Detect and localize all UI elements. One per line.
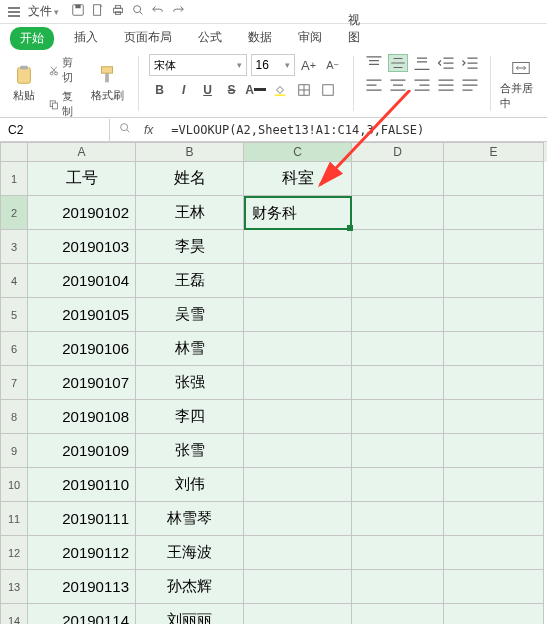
cell-D7[interactable] [352, 366, 444, 400]
cell-A5[interactable]: 20190105 [28, 298, 136, 332]
search-icon[interactable] [118, 121, 132, 138]
cell-A11[interactable]: 20190111 [28, 502, 136, 536]
cell-B1[interactable]: 姓名 [136, 162, 244, 196]
row-header[interactable]: 1 [0, 162, 28, 196]
tab-view[interactable]: 视图 [342, 8, 360, 50]
cell-D4[interactable] [352, 264, 444, 298]
borders-icon[interactable] [293, 80, 315, 100]
distribute-icon[interactable] [460, 76, 480, 94]
align-middle-icon[interactable] [388, 54, 408, 72]
row-header[interactable]: 14 [0, 604, 28, 624]
align-bottom-icon[interactable] [412, 54, 432, 72]
cell-A10[interactable]: 20190110 [28, 468, 136, 502]
align-right-icon[interactable] [412, 76, 432, 94]
cell-E6[interactable] [444, 332, 544, 366]
cell-E2[interactable] [444, 196, 544, 230]
save-icon[interactable] [71, 3, 85, 20]
cell-E8[interactable] [444, 400, 544, 434]
decrease-font-icon[interactable]: A− [323, 55, 343, 75]
cell-B13[interactable]: 孙杰辉 [136, 570, 244, 604]
col-header-D[interactable]: D [352, 142, 444, 162]
cell-E3[interactable] [444, 230, 544, 264]
cell-A1[interactable]: 工号 [28, 162, 136, 196]
font-color-icon[interactable]: A [245, 80, 267, 100]
cell-D2[interactable] [352, 196, 444, 230]
cell-D11[interactable] [352, 502, 444, 536]
underline-icon[interactable]: U [197, 80, 219, 100]
row-header[interactable]: 6 [0, 332, 28, 366]
col-header-E[interactable]: E [444, 142, 544, 162]
strikethrough-icon[interactable]: S [221, 80, 243, 100]
cell-A12[interactable]: 20190112 [28, 536, 136, 570]
col-header-B[interactable]: B [136, 142, 244, 162]
font-name-select[interactable]: 宋体▾ [149, 54, 247, 76]
row-header[interactable]: 13 [0, 570, 28, 604]
row-header[interactable]: 12 [0, 536, 28, 570]
cell-C4[interactable] [244, 264, 352, 298]
cell-C14[interactable] [244, 604, 352, 624]
preview-icon[interactable] [131, 3, 145, 20]
row-header[interactable]: 10 [0, 468, 28, 502]
cell-E12[interactable] [444, 536, 544, 570]
cell-D3[interactable] [352, 230, 444, 264]
tab-data[interactable]: 数据 [242, 25, 278, 50]
cell-E5[interactable] [444, 298, 544, 332]
cell-E10[interactable] [444, 468, 544, 502]
cut-button[interactable]: 剪切 [45, 54, 85, 86]
cell-C13[interactable] [244, 570, 352, 604]
new-icon[interactable] [91, 3, 105, 20]
menu-icon[interactable] [6, 4, 22, 20]
cell-D13[interactable] [352, 570, 444, 604]
cell-C11[interactable] [244, 502, 352, 536]
cell-C2[interactable]: 财务科 [244, 196, 352, 230]
tab-review[interactable]: 审阅 [292, 25, 328, 50]
tab-formulas[interactable]: 公式 [192, 25, 228, 50]
cell-C9[interactable] [244, 434, 352, 468]
cell-style-icon[interactable] [317, 80, 339, 100]
cell-E7[interactable] [444, 366, 544, 400]
row-header[interactable]: 3 [0, 230, 28, 264]
cell-C8[interactable] [244, 400, 352, 434]
cell-B12[interactable]: 王海波 [136, 536, 244, 570]
cell-D14[interactable] [352, 604, 444, 624]
increase-indent-icon[interactable] [460, 54, 480, 72]
fill-color-icon[interactable] [269, 80, 291, 100]
cell-A3[interactable]: 20190103 [28, 230, 136, 264]
cell-D12[interactable] [352, 536, 444, 570]
align-left-icon[interactable] [364, 76, 384, 94]
cell-C5[interactable] [244, 298, 352, 332]
justify-icon[interactable] [436, 76, 456, 94]
col-header-A[interactable]: A [28, 142, 136, 162]
cell-B9[interactable]: 张雪 [136, 434, 244, 468]
cell-C3[interactable] [244, 230, 352, 264]
cell-D5[interactable] [352, 298, 444, 332]
cell-B4[interactable]: 王磊 [136, 264, 244, 298]
cell-D1[interactable] [352, 162, 444, 196]
cell-A9[interactable]: 20190109 [28, 434, 136, 468]
merge-center-button[interactable]: 合并居中 [500, 54, 541, 113]
bold-icon[interactable]: B [149, 80, 171, 100]
cell-E13[interactable] [444, 570, 544, 604]
tab-page-layout[interactable]: 页面布局 [118, 25, 178, 50]
cell-C10[interactable] [244, 468, 352, 502]
align-center-icon[interactable] [388, 76, 408, 94]
cell-D8[interactable] [352, 400, 444, 434]
cell-A8[interactable]: 20190108 [28, 400, 136, 434]
cell-A6[interactable]: 20190106 [28, 332, 136, 366]
row-header[interactable]: 4 [0, 264, 28, 298]
file-menu[interactable]: 文件 ▾ [24, 3, 63, 20]
cell-E11[interactable] [444, 502, 544, 536]
row-header[interactable]: 8 [0, 400, 28, 434]
name-box[interactable]: C2 [0, 119, 110, 141]
align-top-icon[interactable] [364, 54, 384, 72]
increase-font-icon[interactable]: A+ [299, 55, 319, 75]
cell-A4[interactable]: 20190104 [28, 264, 136, 298]
cell-B8[interactable]: 李四 [136, 400, 244, 434]
cell-D9[interactable] [352, 434, 444, 468]
cell-C1[interactable]: 科室 [244, 162, 352, 196]
cell-B2[interactable]: 王林 [136, 196, 244, 230]
paste-button[interactable]: 粘贴 [6, 54, 43, 113]
cell-B6[interactable]: 林雪 [136, 332, 244, 366]
cell-D6[interactable] [352, 332, 444, 366]
cell-B14[interactable]: 刘丽丽 [136, 604, 244, 624]
